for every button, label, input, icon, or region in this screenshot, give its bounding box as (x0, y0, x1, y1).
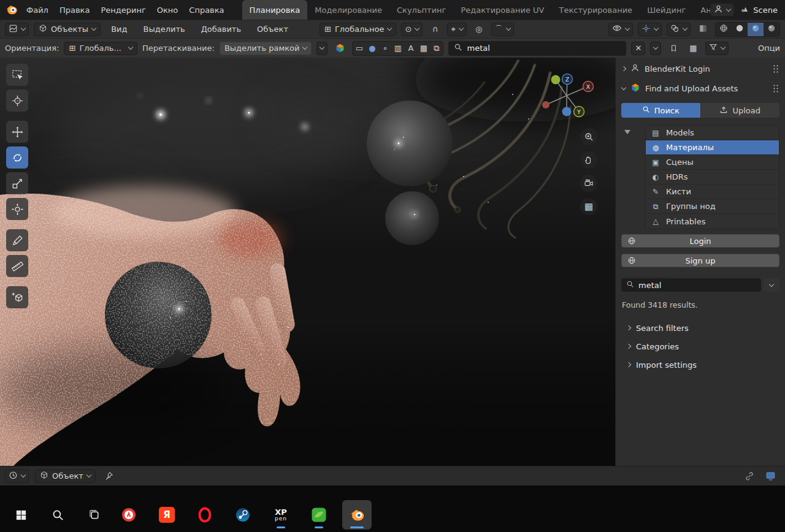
plane-icon[interactable]: ▭ (353, 42, 366, 55)
scale-tool[interactable] (6, 172, 28, 194)
asset-search-input[interactable]: metal (621, 278, 761, 292)
tab-search[interactable]: Поиск (621, 103, 700, 118)
category-node-groups[interactable]: ⧉Группы нод (646, 199, 779, 214)
columns-icon[interactable]: ▥ (391, 42, 404, 55)
proportional-edit-toggle[interactable]: ◎ (472, 23, 486, 36)
yandex-app-icon[interactable]: Я (152, 500, 182, 530)
gizmos-dropdown[interactable] (638, 23, 662, 36)
extensions-account-button[interactable] (710, 3, 734, 17)
taskbar-search-button[interactable] (43, 500, 72, 530)
assetbar-search-input[interactable]: metal (448, 41, 626, 56)
overlap-squares-icon[interactable]: ⧉ (430, 42, 443, 55)
viewport-3d[interactable]: Z X Y ▦ (0, 58, 615, 466)
menu-window[interactable]: Окно (151, 4, 184, 17)
zoom-button[interactable] (580, 128, 597, 145)
shading-rendered-button[interactable] (764, 23, 779, 36)
clear-search-button[interactable]: ✕ (631, 42, 645, 55)
task-view-button[interactable] (80, 500, 109, 530)
editor-type-button[interactable] (5, 469, 29, 483)
start-button[interactable] (6, 500, 36, 530)
move-tool[interactable] (6, 121, 28, 143)
select-box-tool[interactable] (6, 64, 28, 86)
menu-view[interactable]: Вид (105, 23, 132, 36)
filter-dropdown[interactable] (705, 42, 729, 55)
cursor-tool[interactable] (6, 89, 28, 112)
layout-icon[interactable]: ▦ (686, 42, 700, 55)
section-search-filters[interactable]: Search filters (616, 322, 785, 333)
green-app-icon[interactable] (304, 500, 334, 530)
blenderkit-cube-icon[interactable] (332, 42, 347, 55)
yandex-browser-icon[interactable] (114, 500, 144, 530)
extra-dropdown[interactable] (316, 42, 327, 55)
signup-button[interactable]: Sign up (621, 254, 779, 267)
orientation-value-dropdown[interactable]: ⊞ Глобаль... (64, 42, 137, 55)
menu-help[interactable]: Справка (183, 4, 229, 17)
shading-solid-button[interactable] (732, 23, 748, 36)
transform-orientation-dropdown[interactable]: ⊞ Глобальное (320, 23, 397, 36)
menu-render[interactable]: Рендеринг (95, 4, 151, 17)
bookmark-icon[interactable] (666, 42, 681, 55)
grid-toggle-button[interactable]: ▦ (580, 198, 597, 215)
axis-gizmo[interactable]: Z X Y (531, 63, 599, 121)
xray-toggle[interactable] (695, 23, 710, 36)
grid-blocks-icon[interactable]: ▦ (417, 42, 430, 55)
category-expander[interactable] (624, 130, 630, 134)
letter-a-icon[interactable]: A (404, 42, 417, 55)
snap-toggle[interactable]: ∩ (427, 23, 442, 36)
blenderkit-login-section[interactable]: BlenderKit Login (616, 63, 785, 75)
drag-dots-icon[interactable] (773, 84, 779, 93)
tab-shading[interactable]: Шейдинг (640, 0, 693, 20)
add-cube-tool[interactable] (6, 286, 28, 308)
shading-wireframe-button[interactable] (716, 23, 732, 36)
search-history-button[interactable] (764, 278, 779, 292)
drag-dots-icon[interactable] (773, 64, 779, 73)
category-materials[interactable]: ◍Материалы (646, 140, 779, 155)
annotate-tool[interactable] (6, 229, 28, 251)
tab-modeling[interactable]: Моделирование (307, 0, 389, 20)
pivot-point-dropdown[interactable]: ⊙ (401, 23, 423, 36)
section-categories[interactable]: Categories (616, 341, 785, 352)
sphere-icon[interactable]: ● (366, 42, 378, 55)
object-dropdown[interactable]: Объект (35, 469, 96, 483)
transform-tool[interactable] (6, 198, 28, 220)
menu-object[interactable]: Объект (251, 23, 294, 36)
measure-tool[interactable] (6, 255, 28, 277)
falloff-dropdown[interactable]: ⌒ (491, 23, 514, 36)
mode-dropdown[interactable]: Объекты (34, 23, 101, 36)
category-models[interactable]: ▤Models (646, 126, 779, 140)
menu-select[interactable]: Выделить (137, 23, 190, 36)
section-import-settings[interactable]: Import settings (616, 359, 785, 370)
tab-layout[interactable]: Планировка (242, 0, 308, 20)
blender-app-icon[interactable] (342, 500, 372, 530)
search-options-dropdown[interactable] (650, 42, 661, 55)
editor-type-button[interactable] (5, 23, 29, 36)
tab-texture-paint[interactable]: Текстурирование (551, 0, 640, 20)
pin-icon[interactable] (102, 469, 117, 483)
tab-upload[interactable]: Upload (701, 103, 780, 118)
menu-file[interactable]: Файл (21, 4, 54, 17)
camera-view-button[interactable] (580, 175, 597, 192)
category-hdrs[interactable]: ◐HDRs (646, 170, 779, 184)
shading-material-button[interactable] (748, 23, 764, 36)
drag-mode-dropdown[interactable]: Выделить рамкой (220, 42, 312, 55)
visibility-dropdown[interactable] (608, 23, 633, 36)
xp-pen-icon[interactable]: XPpen (266, 500, 296, 530)
pan-hand-button[interactable] (580, 151, 597, 169)
tab-sculpting[interactable]: Скульптинг (389, 0, 453, 20)
blender-logo-icon[interactable] (5, 3, 18, 17)
login-button[interactable]: Login (621, 234, 779, 248)
snap-settings-dropdown[interactable]: ⌖ (447, 23, 466, 36)
category-printables[interactable]: △Printables (646, 214, 779, 229)
category-scenes[interactable]: ▣Сцены (646, 155, 779, 170)
menu-edit[interactable]: Правка (54, 4, 95, 17)
tab-uv-editing[interactable]: Редактирование UV (453, 0, 551, 20)
opera-icon[interactable] (190, 500, 220, 530)
rotate-tool[interactable] (6, 146, 28, 169)
category-brushes[interactable]: ✎Кисти (646, 184, 779, 199)
find-upload-assets-section[interactable]: Find and Upload Assets (616, 82, 785, 94)
overlays-dropdown[interactable] (667, 23, 691, 36)
scene-selector[interactable]: Scene (740, 4, 778, 15)
menu-add[interactable]: Добавить (196, 23, 247, 36)
dots-icon[interactable]: ∘ (378, 42, 391, 55)
tab-animation[interactable]: Анимац (693, 0, 710, 20)
